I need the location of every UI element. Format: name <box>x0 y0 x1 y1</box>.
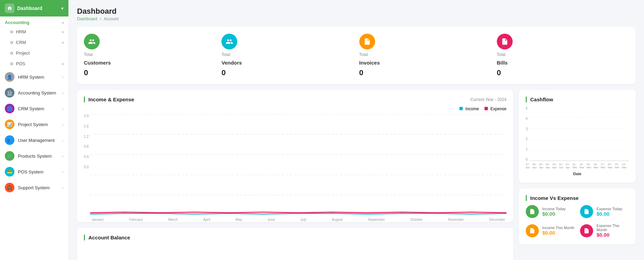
x-label: April <box>203 218 210 222</box>
system-icon: 🌐 <box>5 104 14 113</box>
inv-label: Expense This Month <box>597 224 629 232</box>
stat-value: 0 <box>84 68 216 77</box>
dashboard-label: Dashboard <box>17 5 42 11</box>
cashflow-x-label: 02-Apr <box>559 163 566 169</box>
x-label: February <box>129 218 143 222</box>
item-left: 👥 User Management <box>5 135 55 145</box>
cashflow-chart-area <box>530 106 629 161</box>
sidebar-system-item-support-system[interactable]: 🎧 Support System › <box>0 180 68 195</box>
dot-icon <box>10 52 13 55</box>
x-label: March <box>168 218 178 222</box>
stats-row: Total Customers 0 Total Vendors 0 Total … <box>77 27 636 84</box>
cashflow-chart-wrap: 012345 <box>526 106 629 161</box>
y-label: 2.0 <box>84 114 89 118</box>
chevron-right-icon: › <box>62 75 64 80</box>
sidebar-system-item-pos-system[interactable]: 💳 POS System › <box>0 164 68 180</box>
inv-item-income-this-month: Income This Month $0.00 <box>526 224 575 238</box>
x-label: December <box>489 218 505 222</box>
dashboard-nav-item[interactable]: Dashboard ▾ <box>0 0 68 16</box>
stat-icon <box>497 34 513 49</box>
stat-label: Total <box>84 52 216 57</box>
cashflow-x-label: 01-Apr <box>566 163 572 169</box>
chevron-right-icon: › <box>62 138 64 143</box>
y-label: 0.4 <box>84 155 89 159</box>
content-row: Income & Expense Current Year - 2024 Inc… <box>77 90 636 260</box>
sidebar-system-item-crm-system[interactable]: 🌐 CRM System › <box>0 101 68 116</box>
stat-card-customers: Total Customers 0 <box>84 34 216 77</box>
sidebar-item-project[interactable]: Project <box>0 48 68 58</box>
system-icon: 👥 <box>5 135 14 145</box>
cashflow-title: Cashflow <box>526 97 629 102</box>
page-title: Dashboard <box>77 7 636 16</box>
sidebar-section-accounting[interactable]: Accounting › <box>0 16 68 26</box>
x-label: October <box>410 218 423 222</box>
y-label: 4 <box>526 117 528 121</box>
system-label: Accounting System <box>18 90 56 95</box>
cashflow-x-label: 31-Mar <box>572 163 580 169</box>
breadcrumb-separator: > <box>99 16 102 21</box>
cashflow-x-label: 29-Mar <box>587 163 594 169</box>
content-right: Cashflow 012345 07-Apr06-A <box>519 90 636 260</box>
sidebar-system-item-user-management[interactable]: 👥 User Management › <box>0 132 68 148</box>
sidebar-system-item-project-system[interactable]: 📊 Project System › <box>0 116 68 132</box>
y-label: 3 <box>526 127 528 131</box>
inv-icon <box>526 224 539 237</box>
stat-title: Customers <box>84 60 216 66</box>
sidebar-item-label: Project <box>16 50 30 56</box>
account-balance-content <box>84 245 506 260</box>
cashflow-x-label: 07-Apr <box>526 163 532 169</box>
account-balance-title: Account Balance <box>84 235 130 240</box>
breadcrumb-home[interactable]: Dashboard <box>77 16 97 21</box>
system-icon: 💳 <box>5 167 14 177</box>
system-label: User Management <box>18 138 55 143</box>
system-icon: 🛒 <box>5 151 14 161</box>
item-left: 🛒 Products System <box>5 151 52 161</box>
y-label: 2 <box>526 137 528 141</box>
expense-legend-dot <box>484 107 488 110</box>
inv-item-expense-today: Expense Today $0.00 <box>580 205 629 218</box>
sidebar-item-pos[interactable]: POS › <box>0 58 68 69</box>
stat-title: Bills <box>497 60 629 66</box>
sidebar-system-item-accounting-system[interactable]: 🏦 Accounting System › <box>0 85 68 101</box>
x-axis-labels: JanuaryFebruaryMarchAprilMayJuneJulyAugu… <box>90 218 506 222</box>
item-left: 🌐 CRM System <box>5 104 44 113</box>
inv-item-income-today: Income Today $0.00 <box>526 205 575 218</box>
main-content: Dashboard Dashboard > Account Total Cust… <box>69 0 644 260</box>
stat-icon <box>221 34 237 49</box>
sidebar-system-item-products-system[interactable]: 🛒 Products System › <box>0 148 68 164</box>
cashflow-x-label: 26-Mar <box>608 163 615 169</box>
sidebar-system-item-hrm-system[interactable]: 👤 HRM System › <box>0 69 68 85</box>
income-vs-expense-panel: Income Vs Expense Income Today $0.00 Exp… <box>519 188 636 245</box>
cashflow-date-label: Date <box>526 172 629 176</box>
account-balance-header: Account Balance <box>84 235 506 240</box>
chevron-right-icon: › <box>62 61 64 66</box>
system-label: Support System <box>18 185 50 190</box>
chevron-down-icon: ▾ <box>61 6 64 11</box>
sidebar-item-hrm[interactable]: HRM › <box>0 26 68 37</box>
cashflow-x-label: 06-Apr <box>532 163 539 169</box>
chevron-right-icon: › <box>62 169 64 174</box>
x-label: September <box>368 218 385 222</box>
inv-icon <box>580 224 593 237</box>
inv-info: Income Today $0.00 <box>542 207 566 217</box>
chevron-right-icon: › <box>62 29 64 34</box>
sidebar-item-crm[interactable]: CRM › <box>0 37 68 48</box>
y-label: 0 <box>526 158 528 161</box>
system-label: Project System <box>18 122 48 127</box>
item-left: 💳 POS System <box>5 167 43 177</box>
cashflow-panel: Cashflow 012345 07-Apr06-A <box>519 90 636 183</box>
content-left: Income & Expense Current Year - 2024 Inc… <box>77 90 513 260</box>
dot-icon <box>10 31 13 33</box>
income-expense-title: Income & Expense <box>84 97 134 102</box>
stat-value: 0 <box>359 68 491 77</box>
y-label: 1.2 <box>84 135 89 138</box>
x-label: August <box>332 218 342 222</box>
inv-icon <box>526 205 539 218</box>
income-vs-expense-grid: Income Today $0.00 Expense Today $0.00 I… <box>526 205 629 238</box>
y-label: 1 <box>526 147 528 151</box>
cashflow-y-axis: 012345 <box>526 106 530 161</box>
chevron-right-icon: › <box>62 185 64 190</box>
system-label: Products System <box>18 154 52 159</box>
x-label: January <box>91 218 104 222</box>
cashflow-x-label: 25-Mar <box>615 163 622 169</box>
